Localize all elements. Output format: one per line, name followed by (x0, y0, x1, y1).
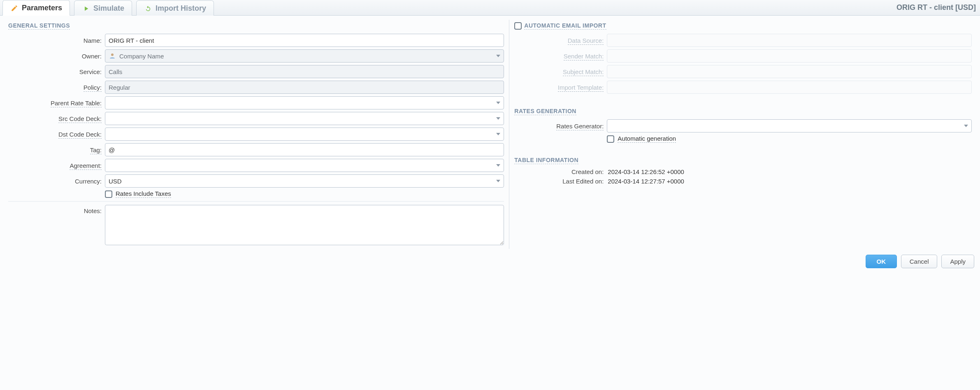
service-field: Calls (105, 65, 504, 78)
chevron-down-icon (496, 117, 500, 120)
rates-generator-select[interactable] (607, 119, 972, 132)
src-code-deck-label: Src Code Deck: (58, 115, 102, 123)
cancel-button[interactable]: Cancel (901, 255, 938, 268)
right-panel: AUTOMATIC EMAIL IMPORT Data Source: Send… (509, 20, 977, 249)
data-source-input (607, 34, 972, 47)
tab-label: Import History (156, 4, 206, 13)
notes-textarea[interactable] (105, 205, 504, 245)
parent-rate-table-label: Parent Rate Table: (51, 100, 102, 107)
service-label: Service: (8, 68, 105, 75)
import-template-label: Import Template: (558, 84, 604, 92)
pencil-icon (10, 4, 19, 12)
page-title: ORIG RT - client [USD] (896, 3, 980, 12)
chevron-down-icon (964, 125, 968, 127)
refresh-icon (144, 5, 152, 13)
tab-parameters[interactable]: Parameters (2, 0, 70, 16)
dst-code-deck-label: Dst Code Deck: (58, 131, 102, 139)
sender-match-label: Sender Match: (564, 53, 604, 60)
policy-label: Policy: (84, 84, 102, 92)
rates-generation-title: RATES GENERATION (514, 108, 576, 115)
chevron-down-icon (496, 133, 500, 135)
last-edited-on-label: Last Edited on: (514, 178, 607, 185)
owner-select[interactable]: Company Name (105, 49, 504, 63)
data-source-label: Data Source: (568, 37, 604, 45)
chevron-down-icon (496, 180, 500, 182)
automatic-email-import-checkbox[interactable] (514, 22, 522, 30)
notes-label: Notes: (8, 205, 105, 214)
last-edited-on-value: 2024-03-14 12:27:57 +0000 (607, 178, 972, 185)
parent-rate-table-select[interactable] (105, 96, 504, 109)
sender-match-input (607, 49, 972, 63)
tabbar: Parameters Simulate Import History ORIG … (0, 0, 980, 16)
subject-match-input (607, 65, 972, 78)
chevron-down-icon (496, 164, 500, 167)
ok-button[interactable]: OK (866, 255, 897, 268)
currency-select[interactable]: USD (105, 174, 504, 188)
import-template-input (607, 81, 972, 94)
policy-field: Regular (105, 81, 504, 94)
user-icon (109, 52, 116, 60)
subject-match-label: Subject Match: (563, 68, 604, 76)
src-code-deck-select[interactable] (105, 112, 504, 125)
general-settings-title: GENERAL SETTINGS (8, 22, 70, 30)
rates-include-taxes-checkbox[interactable] (105, 190, 112, 198)
automatic-generation-label: Automatic generation (618, 135, 676, 143)
tab-label: Simulate (93, 4, 124, 13)
agreement-select[interactable] (105, 159, 504, 172)
apply-button[interactable]: Apply (941, 255, 974, 268)
table-information-title: TABLE INFORMATION (514, 157, 578, 164)
chevron-down-icon (496, 102, 500, 104)
tab-import-history[interactable]: Import History (136, 0, 214, 16)
created-on-label: Created on: (514, 168, 607, 175)
rates-generator-label: Rates Generator: (556, 123, 604, 130)
tag-input[interactable] (105, 143, 504, 156)
play-icon (82, 5, 90, 13)
tab-simulate[interactable]: Simulate (74, 0, 132, 16)
button-bar: OK Cancel Apply (0, 249, 980, 273)
owner-label: Owner: (8, 53, 105, 60)
rates-include-taxes-label: Rates Include Taxes (116, 190, 171, 198)
svg-point-0 (111, 53, 114, 56)
chevron-down-icon (496, 55, 500, 57)
created-on-value: 2024-03-14 12:26:52 +0000 (607, 168, 972, 175)
agreement-label: Agreement: (70, 162, 102, 170)
owner-value: Company Name (119, 53, 164, 60)
name-input[interactable] (105, 34, 504, 47)
tab-label: Parameters (22, 4, 62, 12)
automatic-generation-checkbox[interactable] (607, 135, 614, 143)
currency-label: Currency: (8, 178, 105, 185)
tag-label: Tag: (90, 146, 102, 154)
general-settings-panel: GENERAL SETTINGS Name: Owner: Company (3, 20, 509, 249)
dst-code-deck-select[interactable] (105, 128, 504, 141)
name-label: Name: (8, 37, 105, 44)
automatic-email-import-title: AUTOMATIC EMAIL IMPORT (524, 22, 606, 30)
